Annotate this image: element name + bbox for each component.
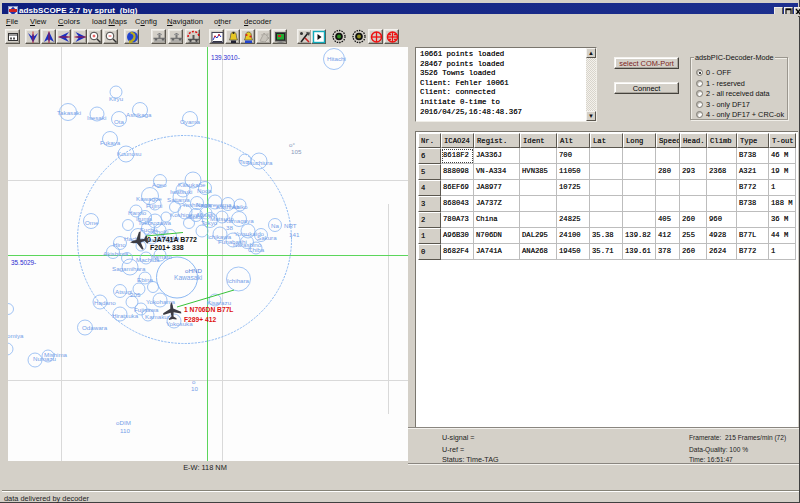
svg-text:10: 10 [191, 385, 198, 392]
svg-text:1 N706DN B77L: 1 N706DN B77L [184, 306, 233, 313]
svg-text:Hitachi: Hitachi [327, 55, 346, 62]
svg-text:Kamagaya: Kamagaya [224, 217, 254, 224]
svg-text:Ebina: Ebina [137, 276, 153, 283]
svg-text:F289+ 412: F289+ 412 [184, 316, 216, 323]
svg-text:NRT: NRT [284, 222, 297, 229]
svg-text:Yamato: Yamato [151, 253, 172, 260]
svg-text:110: 110 [120, 427, 130, 434]
svg-text:Akishima: Akishima [103, 250, 129, 257]
svg-text:o: o [192, 378, 196, 385]
svg-text:Sagamihara: Sagamihara [112, 265, 146, 272]
svg-text:139.3010-: 139.3010- [211, 54, 240, 61]
svg-text:38: 38 [226, 224, 233, 231]
svg-text:Yotsukaido: Yotsukaido [234, 230, 265, 237]
svg-text:Kawasaki: Kawasaki [174, 274, 203, 281]
svg-text:omiya: omiya [8, 332, 24, 339]
svg-text:Hino: Hino [113, 241, 126, 248]
svg-text:Oyama: Oyama [180, 118, 201, 125]
svg-text:Chiba: Chiba [248, 246, 265, 253]
svg-text:Ichihara: Ichihara [227, 277, 250, 284]
svg-text:Fukaya: Fukaya [100, 139, 121, 146]
svg-text:Kawagoe: Kawagoe [136, 195, 162, 202]
svg-text:Mishima: Mishima [44, 351, 68, 358]
svg-text:Hadano: Hadano [94, 299, 116, 306]
svg-text:35.5029-: 35.5029- [11, 259, 36, 266]
svg-text:Atsugi: Atsugi [115, 288, 132, 295]
svg-text:Hiratsuka: Hiratsuka [112, 312, 139, 319]
svg-text:Ota: Ota [114, 118, 125, 125]
svg-text:Ashikaga: Ashikaga [126, 111, 152, 118]
svg-text:Odawara: Odawara [82, 324, 108, 331]
svg-text:Ageo: Ageo [152, 181, 167, 188]
svg-text:Isesaki: Isesaki [87, 114, 106, 121]
svg-text:0 JA741A B772: 0 JA741A B772 [147, 236, 197, 243]
svg-text:Tsuchiura: Tsuchiura [246, 159, 273, 166]
svg-text:o°: o° [289, 141, 295, 148]
svg-text:Noda: Noda [197, 187, 212, 194]
svg-text:Fujisawa: Fujisawa [134, 306, 159, 313]
svg-text:141: 141 [289, 231, 300, 238]
svg-text:Takasaki: Takasaki [57, 109, 81, 116]
svg-text:105: 105 [291, 148, 302, 155]
svg-text:F201+ 338: F201+ 338 [150, 244, 184, 251]
svg-text:Ome: Ome [85, 219, 99, 226]
svg-text:Tokorozawa: Tokorozawa [138, 219, 172, 226]
svg-text:Abiko: Abiko [232, 203, 248, 210]
svg-text:Fujimi: Fujimi [146, 202, 163, 209]
svg-text:Iwatsuki: Iwatsuki [170, 188, 192, 195]
svg-text:Kiryu: Kiryu [109, 95, 124, 102]
svg-text:Kounosu: Kounosu [117, 150, 142, 157]
svg-text:oDIM: oDIM [116, 419, 131, 426]
svg-text:Na: Na [271, 222, 279, 229]
